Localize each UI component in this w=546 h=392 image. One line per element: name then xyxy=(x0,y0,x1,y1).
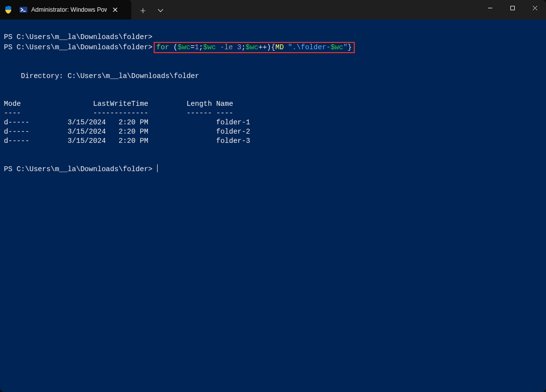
minimize-button[interactable] xyxy=(479,0,501,16)
table-header: Mode LastWriteTime Length Name xyxy=(4,100,233,108)
powershell-icon xyxy=(20,6,27,14)
terminal-body[interactable]: PS C:\Users\m__la\Downloads\folder> PS C… xyxy=(0,20,546,392)
tab-actions xyxy=(131,0,169,20)
tab-dropdown-button[interactable] xyxy=(152,3,169,19)
tab-active[interactable]: Administrator: Windows Powe xyxy=(17,0,131,20)
prompt-line-1: PS C:\Users\m__la\Downloads\folder> xyxy=(4,33,153,41)
directory-header: Directory: C:\Users\m__la\Downloads\fold… xyxy=(4,72,199,80)
maximize-button[interactable] xyxy=(501,0,524,16)
svg-rect-0 xyxy=(20,7,27,13)
svg-rect-3 xyxy=(510,6,514,10)
tab-title: Administrator: Windows Powe xyxy=(31,6,107,13)
uac-shield-icon xyxy=(0,0,17,20)
new-tab-button[interactable] xyxy=(134,3,152,19)
prompt-line-2: PS C:\Users\m__la\Downloads\folder> xyxy=(4,43,153,51)
titlebar: Administrator: Windows Powe xyxy=(0,0,546,20)
cursor xyxy=(157,164,158,172)
window-controls xyxy=(479,0,546,20)
table-row: d----- 3/15/2024 2:20 PM folder-1 xyxy=(4,118,250,126)
tab-close-icon[interactable] xyxy=(111,5,120,14)
highlighted-command: for ($wc=1;$wc -le 3;$wc++){MD ".\folder… xyxy=(154,42,355,53)
table-row: d----- 3/15/2024 2:20 PM folder-2 xyxy=(4,128,250,136)
table-row: d----- 3/15/2024 2:20 PM folder-3 xyxy=(4,137,250,145)
table-separator: ---- ------------- ------ ---- xyxy=(4,109,233,117)
kw-for: for xyxy=(157,43,169,51)
close-button[interactable] xyxy=(524,0,546,16)
prompt-line-3: PS C:\Users\m__la\Downloads\folder> xyxy=(4,165,153,173)
